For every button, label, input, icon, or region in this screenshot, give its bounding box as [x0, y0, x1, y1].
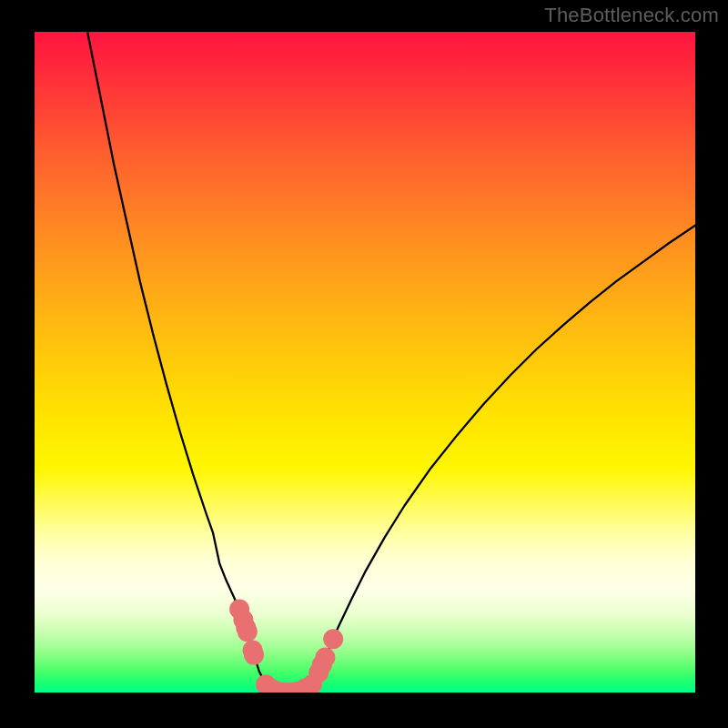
chart-svg [35, 32, 695, 693]
curve-marker [238, 622, 258, 642]
curve-marker [323, 629, 343, 649]
curve-marker [315, 648, 335, 668]
curve-marker [244, 645, 264, 665]
curve-path [87, 32, 695, 693]
curve-markers [229, 600, 343, 693]
chart-frame: TheBottleneck.com [0, 0, 728, 728]
watermark-text: TheBottleneck.com [544, 4, 719, 27]
bottleneck-curve [87, 32, 695, 693]
plot-area [35, 32, 695, 693]
